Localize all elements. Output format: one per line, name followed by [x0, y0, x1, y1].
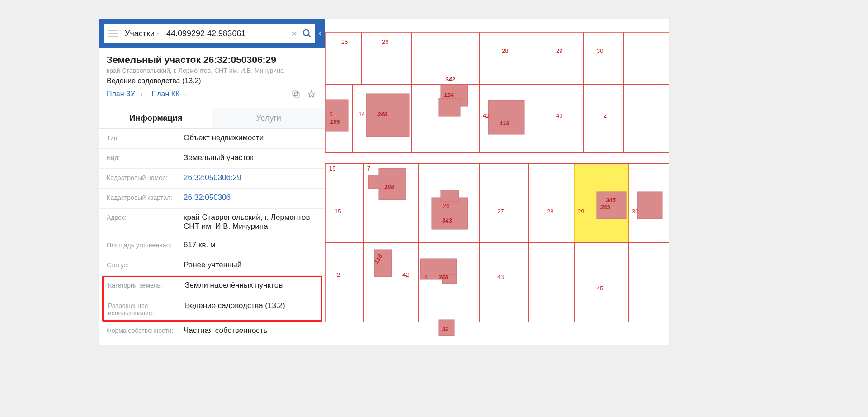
- menu-icon[interactable]: [108, 28, 118, 38]
- building-label: 343: [442, 217, 452, 224]
- object-title: Земельный участок 26:32:050306:29: [107, 54, 318, 65]
- building-label: 124: [444, 91, 454, 98]
- svg-rect-30: [529, 164, 574, 243]
- object-usage: Ведение садоводства (13.2): [107, 77, 318, 85]
- copy-icon[interactable]: [292, 90, 301, 99]
- plan-zu-label: План ЗУ: [107, 90, 135, 98]
- parcel-label: 43: [556, 112, 562, 119]
- svg-rect-29: [479, 164, 529, 243]
- row-cadblock: Кадастровый квартал:26:32:050306: [99, 189, 325, 208]
- search-category-label[interactable]: Участки: [125, 29, 155, 38]
- row-cadnum: Кадастровый номер:26:32:050306:29: [99, 169, 325, 189]
- object-header: Земельный участок 26:32:050306:29 край С…: [99, 48, 325, 102]
- row-area: Площадь уточненная:617 кв. м: [99, 236, 325, 256]
- parcel-label: 15: [335, 208, 341, 215]
- chevron-down-icon[interactable]: ▾: [156, 30, 159, 37]
- building-label: 348: [377, 111, 387, 118]
- parcel-label: 25: [341, 38, 348, 45]
- svg-rect-45: [628, 243, 669, 322]
- parcel-label: 2: [337, 271, 340, 278]
- parcel-label: 43: [497, 274, 504, 280]
- parcel-label: 26: [382, 38, 388, 45]
- search-bar-container: Участки ▾ ×: [99, 19, 325, 48]
- svg-rect-39: [326, 243, 364, 322]
- tabs: Информация Услуги: [99, 108, 325, 129]
- parcel-label: 5: [329, 111, 332, 118]
- building-label: 342: [445, 76, 455, 83]
- parcel-label: 28: [502, 47, 508, 54]
- parcel-label: 26: [443, 203, 449, 209]
- building-label: 348: [439, 274, 448, 280]
- clear-icon[interactable]: ×: [292, 28, 297, 39]
- highlighted-rows: Категория земель:Земли населённых пункто…: [102, 276, 322, 322]
- svg-rect-11: [624, 33, 669, 85]
- parcel-label: 4: [424, 274, 427, 280]
- info-rows: Тип:Объект недвижимости Вид:Земельный уч…: [99, 129, 325, 345]
- svg-rect-35: [368, 175, 382, 189]
- parcel-label: 30: [597, 47, 603, 54]
- row-value: Кадастровая стоимость:343 107,53 руб.: [99, 341, 325, 345]
- svg-rect-3: [295, 93, 299, 97]
- row-kind: Вид:Земельный участок: [99, 149, 325, 169]
- svg-rect-22: [439, 98, 460, 116]
- collapse-panel-button[interactable]: [315, 30, 325, 37]
- svg-rect-38: [637, 192, 662, 219]
- row-ownership: Форма собственности:Частная собственност…: [99, 322, 325, 341]
- svg-rect-18: [624, 85, 669, 152]
- arrow-right-icon: →: [181, 90, 188, 98]
- search-input[interactable]: [166, 29, 287, 38]
- svg-marker-4: [308, 91, 315, 97]
- parcel-label: 7: [367, 165, 370, 172]
- svg-rect-10: [583, 33, 624, 85]
- plan-kk-label: План КК: [152, 90, 180, 98]
- star-icon[interactable]: [307, 90, 316, 99]
- svg-rect-44: [574, 243, 628, 322]
- svg-rect-43: [529, 243, 574, 322]
- plan-links-row: План ЗУ→ План КК→: [107, 90, 318, 99]
- building-label: 105: [330, 118, 340, 125]
- parcel-label: 15: [329, 165, 335, 172]
- parcel-label: 14: [359, 111, 365, 118]
- plan-zu-link[interactable]: План ЗУ→: [107, 90, 144, 98]
- building-label: 345: [600, 204, 610, 210]
- svg-rect-36: [432, 198, 468, 229]
- parcel-label: 30: [632, 208, 638, 215]
- tab-services[interactable]: Услуги: [212, 108, 326, 128]
- svg-rect-2: [293, 91, 297, 95]
- row-address: Адрес:край Ставропольский, г. Лермонтов,…: [99, 208, 325, 236]
- parcel-label: 42: [483, 112, 489, 119]
- svg-rect-9: [538, 33, 583, 85]
- arrow-right-icon: →: [137, 90, 144, 98]
- parcel-label: 29: [556, 47, 562, 54]
- svg-line-1: [308, 35, 311, 37]
- row-land-category: Категория земель:Земли населённых пункто…: [104, 277, 321, 297]
- search-icon[interactable]: [302, 28, 312, 39]
- details-panel: Участки ▾ × Земельный участок 26:32:0503…: [99, 19, 326, 345]
- svg-rect-23: [488, 100, 524, 134]
- building-label: 345: [606, 197, 616, 204]
- row-type: Тип:Объект недвижимости: [99, 129, 325, 149]
- svg-rect-8: [479, 33, 538, 85]
- tab-info[interactable]: Информация: [99, 108, 212, 128]
- svg-rect-42: [479, 243, 529, 322]
- parcel-label: 42: [402, 271, 409, 278]
- cadastral-map[interactable]: 25 26 28 29 30 5 105 14 348: [326, 19, 669, 345]
- building-label: 119: [500, 120, 509, 127]
- svg-rect-20: [366, 94, 409, 137]
- building-label: 108: [384, 183, 394, 190]
- row-permitted-use: Разрешенное использование:Ведение садово…: [104, 297, 321, 320]
- parcel-label: 29: [578, 208, 584, 215]
- parcel-label: 45: [597, 285, 603, 292]
- parcel-label: 2: [604, 112, 607, 119]
- parcel-label: 28: [547, 208, 553, 215]
- row-status: Статус:Ранее учтенный: [99, 256, 325, 276]
- svg-point-0: [303, 30, 309, 36]
- object-address-short: край Ставропольский, г. Лермонтов, СНТ и…: [107, 67, 318, 74]
- parcel-label: 27: [497, 208, 504, 215]
- plan-kk-link[interactable]: План КК→: [152, 90, 189, 98]
- svg-rect-37: [441, 190, 459, 201]
- svg-rect-26: [326, 164, 364, 243]
- building-label: 32: [442, 326, 449, 332]
- cadastral-app: Участки ▾ × Земельный участок 26:32:0503…: [99, 19, 669, 345]
- search-box: Участки ▾ ×: [104, 24, 315, 43]
